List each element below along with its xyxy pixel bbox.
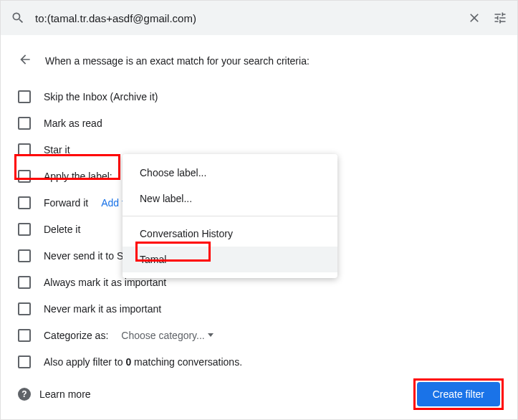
checkbox-neverimp[interactable]	[18, 302, 31, 315]
help-icon: ?	[18, 388, 31, 401]
label-skip: Skip the Inbox (Archive it)	[44, 91, 158, 102]
checkbox-alwaysimp[interactable]	[18, 276, 31, 289]
checkbox-alsoapply[interactable]	[18, 355, 31, 368]
label-delete: Delete it	[44, 224, 80, 235]
dropdown-new-label[interactable]: New label...	[123, 186, 337, 211]
alsoapply-pre: Also apply filter to	[44, 356, 125, 368]
option-also-apply[interactable]: Also apply filter to 0 matching conversa…	[18, 348, 500, 375]
label-dropdown: Choose label... New label... Conversatio…	[123, 154, 337, 278]
create-filter-button[interactable]: Create filter	[417, 382, 500, 406]
option-skip[interactable]: Skip the Inbox (Archive it)	[18, 83, 500, 110]
option-categorize[interactable]: Categorize as: Choose category...	[18, 322, 500, 348]
option-read[interactable]: Mark as read	[18, 110, 500, 136]
label-read: Mark as read	[44, 118, 102, 129]
learn-more-text: Learn more	[39, 388, 91, 400]
checkbox-star[interactable]	[18, 143, 31, 156]
label-apply: Apply the label:	[44, 171, 112, 182]
checkbox-read[interactable]	[18, 117, 31, 130]
checkbox-delete[interactable]	[18, 223, 31, 236]
dropdown-triangle-icon	[208, 333, 214, 337]
dropdown-conversation-history[interactable]: Conversation History	[123, 221, 337, 247]
dropdown-divider	[123, 216, 337, 216]
checkbox-neverspam[interactable]	[18, 249, 31, 262]
tune-icon[interactable]	[491, 9, 509, 27]
header-row: When a message is an exact match for you…	[18, 52, 500, 69]
search-input[interactable]	[35, 12, 457, 24]
option-never-important[interactable]: Never mark it as important	[18, 295, 500, 322]
checkbox-skip[interactable]	[18, 90, 31, 103]
checkbox-forward[interactable]	[18, 196, 31, 209]
label-star: Star it	[44, 144, 70, 156]
search-icon[interactable]	[9, 9, 27, 27]
learn-more[interactable]: ? Learn more	[18, 388, 91, 401]
label-alsoapply: Also apply filter to 0 matching conversa…	[44, 356, 242, 368]
dropdown-tamal[interactable]: Tamal	[123, 247, 337, 272]
label-categorize: Categorize as:	[44, 330, 108, 341]
dropdown-choose-label[interactable]: Choose label...	[123, 160, 337, 186]
header-title: When a message is an exact match for you…	[45, 55, 310, 67]
create-filter-wrap: Create filter	[417, 382, 500, 406]
label-neverimp: Never mark it as important	[44, 303, 161, 315]
label-forward: Forward it	[44, 197, 88, 209]
checkbox-apply[interactable]	[18, 170, 31, 183]
clear-icon[interactable]	[466, 9, 483, 27]
checkbox-categorize[interactable]	[18, 329, 31, 342]
categorize-choose-text: Choose category...	[121, 330, 204, 341]
categorize-select[interactable]: Choose category...	[121, 330, 213, 341]
footer: ? Learn more Create filter	[18, 382, 500, 406]
search-bar	[1, 1, 517, 35]
alsoapply-post: matching conversations.	[131, 356, 242, 368]
back-arrow-icon[interactable]	[18, 52, 32, 69]
